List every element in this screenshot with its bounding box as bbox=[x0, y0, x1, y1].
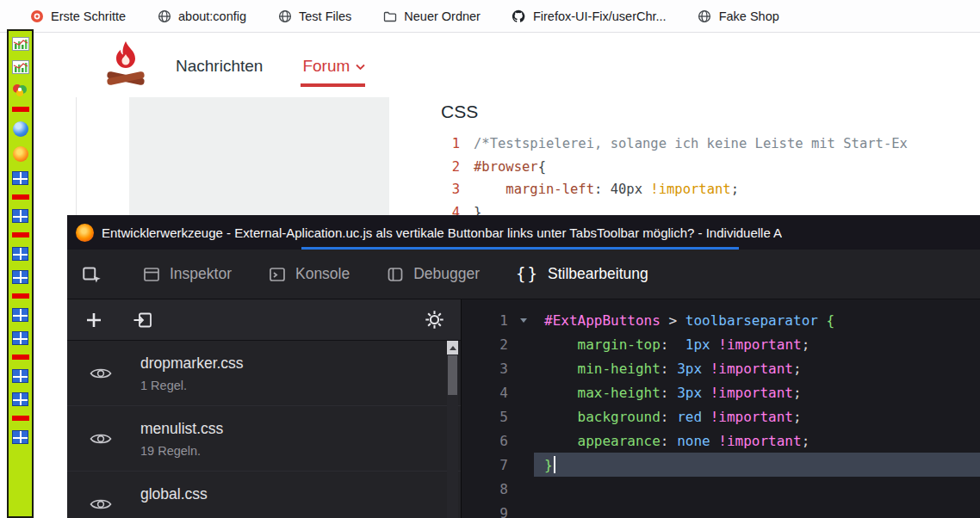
chart-button[interactable] bbox=[12, 60, 29, 74]
nav-item-forum[interactable]: Forum bbox=[302, 57, 365, 76]
devtools-titlebar[interactable]: Entwicklerwerkzeuge - External-Aplicatio… bbox=[67, 215, 980, 250]
style-editor-toolbar bbox=[67, 299, 461, 341]
visibility-eye-icon[interactable] bbox=[90, 366, 112, 381]
visibility-eye-icon[interactable] bbox=[90, 431, 112, 447]
window-button[interactable] bbox=[12, 369, 28, 383]
bookmark-label: about:config bbox=[178, 9, 246, 23]
firefox-icon bbox=[76, 224, 94, 242]
bookmark-item[interactable]: Firefox-UI-Fix/userChr... bbox=[512, 9, 667, 23]
github-icon bbox=[512, 9, 526, 23]
campfire-logo-icon[interactable] bbox=[103, 38, 148, 91]
stylesheet-item[interactable]: global.css bbox=[67, 472, 461, 518]
content-placeholder-image bbox=[129, 97, 389, 222]
bookmark-label: Fake Shop bbox=[719, 9, 779, 23]
tab-konsole[interactable]: Konsole bbox=[250, 250, 368, 299]
code-text: min-height: 3px !important; bbox=[534, 356, 980, 380]
bookmark-item[interactable]: Fake Shop bbox=[698, 9, 779, 23]
bookmark-item[interactable]: about:config bbox=[157, 9, 246, 23]
tab-debugger[interactable]: Debugger bbox=[368, 250, 498, 299]
new-stylesheet-button[interactable] bbox=[84, 311, 103, 330]
tab-inspektor[interactable]: Inspektor bbox=[124, 250, 250, 299]
code-text: margin-left: 40px !important; bbox=[474, 178, 739, 201]
firefox-button[interactable] bbox=[13, 146, 28, 162]
style-editor-source[interactable]: 1#ExtAppButtons > toolbarseparator {2 ma… bbox=[462, 299, 980, 518]
line-number: 7 bbox=[462, 457, 534, 473]
nav-label: Forum bbox=[302, 57, 350, 76]
tab-label: Stilbearbeitung bbox=[548, 265, 648, 283]
line-number: 2 bbox=[462, 336, 534, 353]
style-editor-sidebar: dropmarker.css1 Regel.menulist.css19 Reg… bbox=[67, 299, 462, 518]
toolbar-separator bbox=[12, 194, 29, 200]
line-number: 1 bbox=[441, 133, 460, 156]
window-button[interactable] bbox=[12, 308, 28, 322]
editor-line[interactable]: 7} bbox=[462, 453, 980, 477]
gear-icon[interactable] bbox=[424, 309, 445, 330]
scrollbar[interactable] bbox=[447, 341, 458, 518]
line-number: 3 bbox=[441, 178, 460, 201]
window-button[interactable] bbox=[12, 270, 28, 284]
editor-line[interactable]: 2 margin-top: 1px !important; bbox=[462, 332, 980, 356]
editor-line[interactable]: 5 background: red !important; bbox=[462, 404, 980, 429]
scroll-up-button[interactable] bbox=[447, 341, 458, 355]
code-text: margin-top: 1px !important; bbox=[534, 332, 980, 356]
stylesheet-name: menulist.css bbox=[140, 420, 223, 438]
tab-stilbearbeitung[interactable]: {}Stilbearbeitung bbox=[498, 250, 667, 299]
window-button[interactable] bbox=[12, 392, 28, 406]
vertical-button-toolbar bbox=[7, 29, 34, 518]
nav-item-nachrichten[interactable]: Nachrichten bbox=[176, 57, 263, 76]
inspector-icon bbox=[142, 265, 161, 284]
code-text: } bbox=[534, 453, 980, 477]
pick-element-icon[interactable] bbox=[81, 263, 103, 286]
editor-line[interactable]: 8 bbox=[462, 477, 980, 501]
stylesheet-info: global.css bbox=[140, 485, 208, 518]
code-text: appearance: none !important; bbox=[534, 429, 980, 453]
stylesheet-item[interactable]: dropmarker.css1 Regel. bbox=[67, 341, 461, 406]
bookmark-item[interactable]: Erste Schritte bbox=[29, 9, 126, 23]
editor-line[interactable]: 3 min-height: 3px !important; bbox=[462, 356, 980, 380]
editor-line[interactable]: 9 bbox=[462, 501, 980, 518]
line-number: 6 bbox=[462, 433, 534, 449]
stylesheet-item[interactable]: menulist.css19 Regeln. bbox=[67, 406, 461, 472]
globe-button[interactable] bbox=[13, 121, 28, 137]
editor-line[interactable]: 6 appearance: none !important; bbox=[462, 429, 980, 453]
toolbar-separator bbox=[12, 416, 29, 421]
bookmark-label: Firefox-UI-Fix/userChr... bbox=[533, 9, 667, 23]
window-button[interactable] bbox=[12, 247, 28, 261]
globe-icon bbox=[698, 9, 712, 23]
stylesheet-name: dropmarker.css bbox=[140, 355, 244, 373]
devtools-tabbar: InspektorKonsoleDebugger{}Stilbearbeitun… bbox=[67, 250, 980, 299]
code-text bbox=[534, 477, 980, 501]
code-text bbox=[534, 501, 980, 518]
chart-button[interactable] bbox=[12, 37, 29, 51]
scrollbar-thumb[interactable] bbox=[448, 355, 457, 395]
code-line: 3 margin-left: 40px !important; bbox=[441, 178, 980, 201]
editor-line[interactable]: 1#ExtAppButtons > toolbarseparator { bbox=[462, 308, 980, 332]
stylesheet-rules: 19 Regeln. bbox=[140, 444, 223, 458]
code-text: /*Testspielerei, solange ich keine Leist… bbox=[474, 133, 908, 156]
code-text: max-height: 3px !important; bbox=[534, 380, 980, 404]
bookmark-item[interactable]: Test Files bbox=[277, 9, 351, 23]
line-number: 4 bbox=[462, 385, 534, 401]
toolbar-separator bbox=[12, 293, 29, 299]
window-button[interactable] bbox=[12, 430, 28, 444]
window-button[interactable] bbox=[12, 331, 28, 345]
bookmark-item[interactable]: Neuer Ordner bbox=[382, 9, 481, 23]
globe-icon bbox=[277, 9, 292, 23]
bookmark-label: Erste Schritte bbox=[51, 9, 126, 23]
editor-lines: 1#ExtAppButtons > toolbarseparator {2 ma… bbox=[462, 308, 980, 518]
toolbar-separator bbox=[12, 355, 29, 360]
import-stylesheet-button[interactable] bbox=[133, 311, 153, 330]
window-button[interactable] bbox=[12, 171, 28, 185]
braces-icon: {} bbox=[516, 264, 539, 283]
stylesheet-list: dropmarker.css1 Regel.menulist.css19 Reg… bbox=[67, 341, 461, 518]
toolbar-separator bbox=[12, 232, 29, 237]
visibility-eye-icon[interactable] bbox=[90, 496, 112, 512]
editor-line[interactable]: 4 max-height: 3px !important; bbox=[462, 380, 980, 404]
fold-arrow-icon[interactable] bbox=[520, 318, 527, 323]
tab-label: Inspektor bbox=[170, 265, 232, 283]
colorful-app-button[interactable] bbox=[12, 83, 29, 97]
devtools-main: dropmarker.css1 Regel.menulist.css19 Reg… bbox=[67, 299, 980, 518]
line-number: 1 bbox=[462, 312, 534, 329]
window-button[interactable] bbox=[12, 209, 28, 223]
tab-label: Debugger bbox=[413, 265, 480, 283]
